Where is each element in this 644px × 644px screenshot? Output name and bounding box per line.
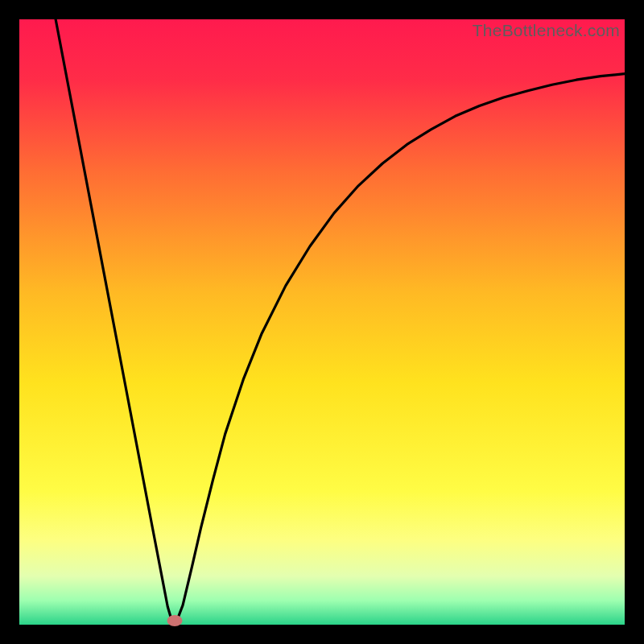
chart-svg [19,19,625,625]
watermark-text: TheBottleneck.com [473,21,620,40]
min-point-marker [167,615,182,626]
chart-frame: TheBottleneck.com [19,19,625,625]
gradient-plane [19,19,625,625]
